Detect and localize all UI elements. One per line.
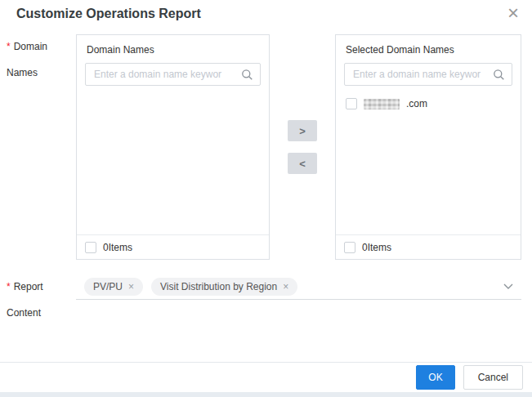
required-asterisk: * (7, 41, 11, 52)
close-icon[interactable]: × (507, 3, 519, 23)
domain-label-line1: Domain (14, 41, 47, 52)
selected-items-count: 0Items (362, 242, 391, 253)
tag-visit-distribution: Visit Distribution by Region × (151, 278, 297, 296)
move-left-button[interactable]: < (288, 153, 317, 174)
remove-tag-icon[interactable]: × (283, 282, 288, 292)
transfer-operations: > < (270, 34, 335, 260)
domain-item-suffix: .com (406, 98, 427, 109)
search-icon[interactable] (493, 69, 505, 81)
domain-item-checkbox[interactable] (346, 98, 357, 109)
domain-names-label: *Domain Names (7, 41, 47, 78)
domain-label-line2: Names (7, 67, 47, 78)
tag-label: Visit Distribution by Region (160, 281, 277, 292)
selected-panel-title: Selected Domain Names (336, 35, 521, 63)
cancel-button[interactable]: Cancel (463, 365, 523, 390)
page-title: Customize Operations Report (16, 7, 201, 21)
report-label-line2: Content (7, 307, 43, 319)
dialog-footer: OK Cancel (0, 362, 532, 392)
source-search-box (85, 63, 261, 86)
remove-tag-icon[interactable]: × (128, 282, 134, 292)
ok-button[interactable]: OK (416, 365, 454, 390)
required-asterisk: * (7, 281, 11, 292)
source-panel-footer: 0Items (77, 234, 269, 259)
selected-panel-footer: 0Items (336, 234, 521, 259)
source-search-input[interactable] (92, 68, 241, 81)
move-right-button[interactable]: > (288, 120, 317, 141)
chevron-down-icon[interactable] (503, 283, 513, 290)
search-icon[interactable] (241, 69, 253, 81)
selected-search-input[interactable] (351, 68, 493, 81)
list-item-domain[interactable]: .com (336, 94, 521, 114)
report-content-label: *Report Content (7, 281, 43, 319)
source-domain-list (77, 86, 269, 234)
source-items-count: 0Items (103, 242, 132, 253)
selected-select-all-checkbox[interactable] (344, 242, 355, 253)
tag-pv-pu: PV/PU × (84, 278, 143, 296)
page-background-edge (0, 392, 532, 397)
source-select-all-checkbox[interactable] (85, 242, 96, 253)
redacted-domain-name (364, 99, 400, 109)
selected-domain-list: .com (336, 86, 521, 234)
report-label-line1: Report (14, 281, 43, 292)
transfer-panel-selected: Selected Domain Names .com 0Items (335, 34, 521, 260)
selected-search-box (344, 63, 512, 86)
tag-label: PV/PU (93, 281, 123, 292)
source-panel-title: Domain Names (77, 35, 269, 63)
transfer-panel-source: Domain Names 0Items (76, 34, 270, 260)
report-content-select[interactable]: PV/PU × Visit Distribution by Region × (76, 278, 521, 300)
